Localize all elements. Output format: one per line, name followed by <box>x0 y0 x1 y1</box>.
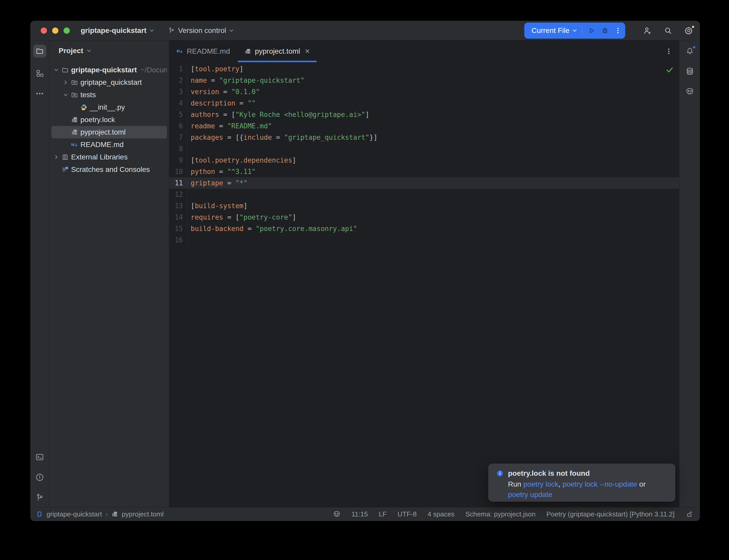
code-lines: 1[tool.poetry]2name = "griptape-quicksta… <box>169 63 679 246</box>
tree-item-init-py[interactable]: __init__.py <box>51 101 167 114</box>
line-number: 15 <box>169 223 187 234</box>
chevron-down-icon[interactable] <box>62 93 69 97</box>
version-control-widget[interactable]: Version control <box>168 26 233 35</box>
code-line[interactable]: 5authors = ["Kyle Roche <hello@griptape.… <box>169 109 679 120</box>
project-panel-title: Project <box>59 47 83 55</box>
code-text <box>187 234 191 246</box>
run-config-selector[interactable]: Current File <box>532 26 577 35</box>
tab-label: pyproject.toml <box>255 47 300 55</box>
terminal-tool-window-button[interactable] <box>35 453 44 461</box>
indent-widget[interactable]: 4 spaces <box>428 510 455 518</box>
line-number: 12 <box>169 189 187 200</box>
database-tool-window-button[interactable] <box>685 67 694 76</box>
more-tool-windows-button[interactable] <box>35 89 44 98</box>
debug-button-bug-icon[interactable] <box>601 26 609 35</box>
line-number: 6 <box>169 120 187 132</box>
code-line[interactable]: 10python = "^3.11" <box>169 166 679 177</box>
code-line[interactable]: 15build-backend = "poetry.core.masonry.a… <box>169 223 679 234</box>
code-line[interactable]: 12 <box>169 189 679 200</box>
package-folder-icon <box>71 79 78 86</box>
add-user-button[interactable] <box>643 26 652 35</box>
minimize-window-button[interactable] <box>52 27 58 34</box>
zoom-window-button[interactable] <box>64 27 70 34</box>
chevron-right-icon[interactable] <box>52 155 60 159</box>
chevron-down-icon[interactable] <box>52 68 60 72</box>
tree-item-readme-md[interactable]: README.md <box>51 138 167 151</box>
schema-widget[interactable]: Schema: pyproject.json <box>466 510 536 518</box>
notification-text: Run <box>508 480 523 488</box>
run-button-play-icon[interactable] <box>587 26 596 35</box>
tab-readme-md[interactable]: README.md <box>169 40 237 62</box>
line-number: 4 <box>169 97 187 109</box>
code-line[interactable]: 14requires = ["poetry-core"] <box>169 212 679 223</box>
tree-item-pyproject-toml[interactable]: pyproject.toml <box>51 126 167 138</box>
code-line[interactable]: 8 <box>169 143 679 155</box>
toml-file-icon <box>71 116 78 123</box>
inspections-ok-check-icon[interactable] <box>666 66 674 74</box>
tree-item-root[interactable]: griptape-quickstart ~/Docume <box>51 64 167 76</box>
cursor-position-widget[interactable]: 11:15 <box>351 510 368 518</box>
code-line[interactable]: 4description = "" <box>169 97 679 109</box>
poetry-lock-link[interactable]: poetry lock <box>523 480 558 488</box>
code-line[interactable]: 9[tool.poetry.dependencies] <box>169 155 679 166</box>
tab-options-button[interactable] <box>665 40 672 62</box>
interpreter-widget[interactable]: Poetry (griptape-quickstart) [Python 3.1… <box>546 510 675 518</box>
run-widget: Current File <box>524 23 625 39</box>
line-number: 11 <box>169 177 187 189</box>
search-icon <box>664 26 672 35</box>
search-everywhere-button[interactable] <box>664 26 672 35</box>
breadcrumb-file[interactable]: pyproject.toml <box>122 510 164 518</box>
tree-item-scratches[interactable]: Scratches and Consoles <box>51 163 167 176</box>
tab-pyproject-toml[interactable]: pyproject.toml ✕ <box>237 40 317 62</box>
tree-item-griptape-quickstart-pkg[interactable]: griptape_quickstart <box>51 76 167 89</box>
breadcrumb-project[interactable]: griptape-quickstart <box>46 510 102 518</box>
code-line[interactable]: 13[build-system] <box>169 200 679 212</box>
more-run-options-kebab-icon[interactable] <box>614 27 622 34</box>
structure-tool-window-button[interactable] <box>35 69 44 78</box>
editor-area: README.md pyproject.toml ✕ 1[tool.poetry… <box>169 40 679 507</box>
chevron-right-icon[interactable] <box>62 80 69 85</box>
code-line[interactable]: 2name = "griptape-quickstart" <box>169 75 679 86</box>
unlock-icon[interactable] <box>685 510 693 518</box>
tree-item-poetry-lock[interactable]: poetry.lock <box>51 114 167 126</box>
code-text: version = "0.1.0" <box>187 86 260 97</box>
project-panel-header[interactable]: Project <box>49 40 169 61</box>
code-line[interactable]: 16 <box>169 234 679 246</box>
git-branch-icon <box>168 27 175 34</box>
project-widget[interactable]: griptape-quickstart <box>81 26 154 35</box>
notification-popup[interactable]: poetry.lock is not found Run poetry lock… <box>488 464 675 502</box>
ide-window: griptape-quickstart Version control Curr… <box>30 21 700 521</box>
version-control-label: Version control <box>178 26 226 35</box>
encoding-widget[interactable]: UTF-8 <box>398 510 417 518</box>
poetry-update-link[interactable]: poetry update <box>508 491 552 499</box>
tree-item-external-libraries[interactable]: External Libraries <box>51 151 167 163</box>
settings-button[interactable] <box>684 26 693 35</box>
code-text: description = "" <box>187 97 255 109</box>
copilot-status-icon[interactable] <box>333 510 340 518</box>
code-editor[interactable]: 1[tool.poetry]2name = "griptape-quicksta… <box>169 62 679 507</box>
left-tool-strip <box>30 40 49 507</box>
line-number: 8 <box>169 143 187 155</box>
project-tool-window-button[interactable] <box>33 45 46 58</box>
notifications-button[interactable] <box>685 47 694 55</box>
title-bar: griptape-quickstart Version control Curr… <box>30 21 700 40</box>
problems-tool-window-button[interactable] <box>35 473 44 482</box>
version-control-tool-window-button[interactable] <box>35 493 44 502</box>
code-line[interactable]: 7packages = [{include = "griptape_quicks… <box>169 132 679 143</box>
tree-item-tests[interactable]: tests <box>51 89 167 101</box>
code-line[interactable]: 3version = "0.1.0" <box>169 86 679 97</box>
package-folder-icon <box>71 91 78 99</box>
code-line[interactable]: 11griptape = "*" <box>169 177 679 189</box>
info-icon <box>496 470 504 477</box>
traffic-lights <box>41 27 70 34</box>
close-window-button[interactable] <box>41 27 47 34</box>
toml-file-icon <box>244 48 251 55</box>
ai-assistant-button[interactable] <box>685 87 694 96</box>
close-tab-icon[interactable]: ✕ <box>305 48 310 55</box>
code-line[interactable]: 1[tool.poetry] <box>169 63 679 75</box>
line-number: 2 <box>169 75 187 86</box>
code-text: readme = "README.md" <box>187 120 272 132</box>
poetry-lock-no-update-link[interactable]: poetry lock --no-update <box>563 480 637 488</box>
line-ending-widget[interactable]: LF <box>379 510 387 518</box>
code-line[interactable]: 6readme = "README.md" <box>169 120 679 132</box>
